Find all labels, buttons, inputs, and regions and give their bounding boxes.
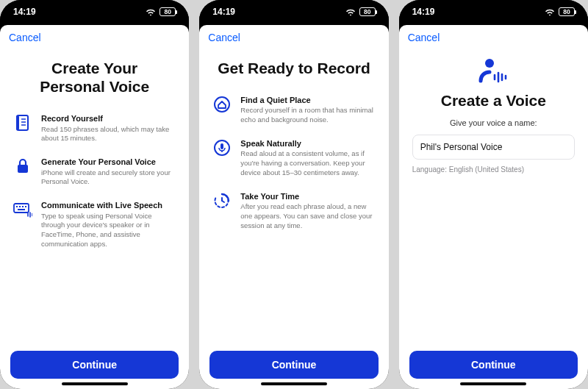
battery-indicator: 80	[359, 7, 376, 16]
content: Get Ready to Record Find a Quiet Place R…	[199, 46, 388, 343]
person-voice-icon	[412, 56, 575, 85]
nav-bar: Cancel	[199, 25, 388, 46]
feature-quiet-place: Find a Quiet Place Record yourself in a …	[212, 95, 375, 125]
feature-title: Take Your Time	[240, 191, 375, 201]
battery-indicator: 80	[159, 7, 176, 16]
feature-title: Generate Your Personal Voice	[41, 157, 176, 167]
feature-desc: After you read each phrase aloud, a new …	[240, 202, 375, 230]
feature-record-yourself: Record Yourself Read 150 phrases aloud, …	[13, 113, 176, 143]
home-indicator[interactable]	[62, 382, 128, 385]
svg-point-21	[485, 59, 494, 68]
home-icon	[212, 95, 232, 114]
phone-screen-3: 14:19 80 Cancel	[399, 0, 588, 389]
cancel-button[interactable]: Cancel	[9, 32, 41, 43]
sheet: Cancel Create Your Personal Voice Record…	[0, 25, 189, 389]
nav-bar: Cancel	[399, 25, 588, 46]
feature-take-time: Take Your Time After you read each phras…	[212, 191, 375, 231]
status-bar: 14:19 80	[199, 0, 388, 24]
home-indicator[interactable]	[460, 382, 526, 385]
feature-desc: Type to speak using Personal Voice throu…	[41, 212, 176, 249]
svg-rect-8	[19, 206, 21, 207]
status-time: 14:19	[212, 7, 235, 17]
wifi-icon	[345, 8, 356, 15]
feature-text: Speak Naturally Read aloud at a consiste…	[240, 138, 375, 178]
voice-name-input[interactable]	[412, 135, 575, 160]
clock-icon	[212, 191, 232, 210]
feature-text: Find a Quiet Place Record yourself in a …	[240, 95, 375, 125]
feature-text: Take Your Time After you read each phras…	[240, 191, 375, 231]
content: Create Your Personal Voice Record Yourse…	[0, 46, 189, 343]
status-right: 80	[345, 7, 376, 16]
feature-title: Find a Quiet Place	[240, 95, 375, 105]
page-title: Create Your Personal Voice	[13, 59, 176, 96]
feature-generate-voice: Generate Your Personal Voice iPhone will…	[13, 157, 176, 187]
content: Create a Voice Give your voice a name: L…	[399, 46, 588, 343]
wifi-icon	[545, 8, 555, 15]
phone-screen-1: 14:19 80 Cancel Create Your Personal Voi…	[0, 0, 189, 389]
home-indicator[interactable]	[261, 382, 327, 385]
name-prompt: Give your voice a name:	[412, 118, 575, 127]
svg-rect-6	[14, 204, 29, 213]
feature-speak-naturally: Speak Naturally Read aloud at a consiste…	[212, 138, 375, 178]
continue-button[interactable]: Continue	[10, 351, 179, 379]
svg-rect-5	[18, 165, 28, 173]
cancel-button[interactable]: Cancel	[408, 32, 440, 43]
book-icon	[13, 113, 32, 132]
status-bar: 14:19 80	[0, 0, 189, 24]
feature-title: Speak Naturally	[240, 138, 375, 149]
battery-indicator: 80	[559, 7, 575, 16]
feature-title: Record Yourself	[41, 113, 176, 124]
feature-list: Find a Quiet Place Record yourself in a …	[212, 95, 375, 230]
svg-rect-11	[18, 209, 25, 210]
mic-icon	[212, 138, 232, 157]
svg-rect-10	[25, 206, 26, 207]
svg-line-20	[222, 201, 224, 202]
feature-desc: Read aloud at a consistent volume, as if…	[240, 149, 375, 177]
cancel-button[interactable]: Cancel	[208, 32, 240, 43]
page-title: Create a Voice	[412, 91, 575, 110]
status-right: 80	[146, 7, 176, 16]
language-label: Language: English (United States)	[412, 165, 575, 174]
svg-rect-17	[220, 143, 223, 149]
page-title: Get Ready to Record	[212, 59, 375, 77]
svg-point-15	[215, 97, 229, 112]
feature-desc: iPhone will create and securely store yo…	[41, 168, 176, 188]
feature-text: Generate Your Personal Voice iPhone will…	[41, 157, 176, 187]
svg-rect-7	[16, 206, 18, 207]
sheet: Cancel Create a Voice Give your voice a …	[399, 25, 588, 389]
phone-screen-2: 14:19 80 Cancel Get Ready to Record Find…	[199, 0, 388, 389]
feature-desc: Record yourself in a room that has minim…	[240, 106, 375, 125]
continue-button[interactable]: Continue	[209, 351, 378, 379]
lock-icon	[13, 157, 32, 176]
status-right: 80	[545, 7, 575, 16]
status-bar: 14:19 80	[399, 0, 588, 24]
feature-list: Record Yourself Read 150 phrases aloud, …	[13, 113, 176, 249]
keyboard-icon	[13, 200, 32, 219]
feature-desc: Read 150 phrases aloud, which may take a…	[41, 125, 176, 144]
status-time: 14:19	[13, 7, 36, 17]
svg-rect-1	[16, 115, 19, 130]
feature-text: Communicate with Live Speech Type to spe…	[41, 200, 176, 249]
wifi-icon	[146, 8, 156, 15]
feature-text: Record Yourself Read 150 phrases aloud, …	[41, 113, 176, 143]
svg-rect-9	[22, 206, 24, 207]
feature-title: Communicate with Live Speech	[41, 200, 176, 210]
status-time: 14:19	[412, 7, 435, 17]
nav-bar: Cancel	[0, 25, 189, 46]
sheet: Cancel Get Ready to Record Find a Quiet …	[199, 25, 388, 389]
continue-button[interactable]: Continue	[409, 351, 578, 379]
feature-live-speech: Communicate with Live Speech Type to spe…	[13, 200, 176, 249]
